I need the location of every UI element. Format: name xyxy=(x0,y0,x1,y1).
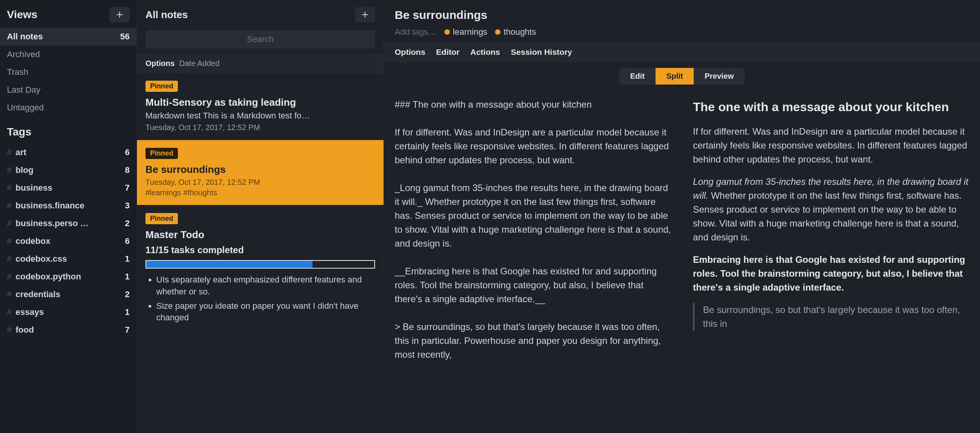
view-label: Last Day xyxy=(7,85,41,95)
add-tags-button[interactable]: Add tags… xyxy=(395,27,437,37)
tag-count: 7 xyxy=(125,183,130,193)
tag-item-codebox-python[interactable]: #codebox.python1 xyxy=(0,268,137,286)
view-item-trash[interactable]: Trash xyxy=(0,63,137,81)
sort-value: Date Added xyxy=(179,59,220,68)
tag-count: 8 xyxy=(125,165,130,175)
tag-count: 6 xyxy=(125,147,130,157)
tag-label: thoughts xyxy=(504,27,536,37)
tag-count: 1 xyxy=(125,272,130,282)
tag-count: 1 xyxy=(125,254,130,264)
hash-icon: # xyxy=(7,147,12,157)
preview-paragraph: Embracing here is that Google has existe… xyxy=(693,253,969,294)
hash-icon: # xyxy=(7,218,12,228)
preview-paragraph: If for different. Was and InDesign are a… xyxy=(693,125,969,166)
tag-name: business.finance xyxy=(15,201,84,211)
preview-bold: Embracing here is that Google has existe… xyxy=(693,254,965,293)
notes-list-title: All notes xyxy=(145,9,188,21)
tag-dot-icon xyxy=(444,29,450,35)
tag-item-business[interactable]: #business7 xyxy=(0,179,137,197)
tag-name: credentials xyxy=(15,289,60,299)
view-item-untagged[interactable]: Untagged xyxy=(0,99,137,117)
add-view-button[interactable] xyxy=(110,7,130,22)
note-card-title: Master Todo xyxy=(145,229,375,241)
tag-item-codebox-css[interactable]: #codebox.css1 xyxy=(0,250,137,268)
tag-item-blog[interactable]: #blog8 xyxy=(0,161,137,179)
tag-item-art[interactable]: #art6 xyxy=(0,144,137,161)
note-card-tags: #learnings #thoughts xyxy=(145,188,375,197)
tag-name: codebox.css xyxy=(15,254,67,264)
note-title[interactable]: Be surroundings xyxy=(395,8,969,22)
tag-name: art xyxy=(15,147,26,157)
tag-item-codebox[interactable]: #codebox6 xyxy=(0,232,137,250)
tab-options[interactable]: Options xyxy=(395,47,425,57)
tag-count: 2 xyxy=(125,218,130,228)
editor-pane: Be surroundings Add tags… learnings thou… xyxy=(384,0,980,433)
view-count: 56 xyxy=(120,32,130,42)
hash-icon: # xyxy=(7,183,12,193)
note-card-date: Tuesday, Oct 17, 2017, 12:52 PM xyxy=(145,178,375,187)
preview-blockquote: Be surroundings, so but that's largely b… xyxy=(693,303,969,331)
tag-name: codebox xyxy=(15,236,50,246)
hash-icon: # xyxy=(7,236,12,246)
tag-count: 1 xyxy=(125,307,130,317)
view-mode-switch: Edit Split Preview xyxy=(384,63,980,90)
hash-icon: # xyxy=(7,254,12,264)
preview-paragraph: Long gamut from 35-inches the results he… xyxy=(693,175,969,244)
view-label: Untagged xyxy=(7,103,44,113)
tab-editor[interactable]: Editor xyxy=(436,47,460,57)
mode-split-button[interactable]: Split xyxy=(656,68,694,85)
hash-icon: # xyxy=(7,307,12,317)
search-input[interactable]: Search xyxy=(145,30,375,49)
note-card-preview: Markdown test This is a Markdown test fo… xyxy=(145,111,375,121)
hash-icon: # xyxy=(7,325,12,335)
sort-options-row[interactable]: Options Date Added xyxy=(137,54,384,73)
plus-icon xyxy=(117,12,123,18)
todo-item: Size paper you ideate on paper you want … xyxy=(156,300,375,324)
tag-item-credentials[interactable]: #credentials2 xyxy=(0,286,137,303)
search-placeholder: Search xyxy=(247,34,274,44)
tag-label: learnings xyxy=(453,27,487,37)
tasks-completed: 11/15 tasks completed xyxy=(145,245,375,255)
preview-text: Whether prototype it on the last few thi… xyxy=(693,190,961,242)
view-label: All notes xyxy=(7,32,43,42)
pinned-badge: Pinned xyxy=(145,148,178,159)
hash-icon: # xyxy=(7,272,12,282)
note-card[interactable]: PinnedMaster Todo11/15 tasks completedUI… xyxy=(137,205,384,334)
view-item-last-day[interactable]: Last Day xyxy=(0,81,137,99)
note-card[interactable]: PinnedMulti-Sensory as taking leadingMar… xyxy=(137,73,384,140)
tag-name: food xyxy=(15,325,34,335)
markdown-preview-pane: The one with a message about your kitche… xyxy=(682,90,980,433)
tag-count: 2 xyxy=(125,289,130,299)
tag-name: blog xyxy=(15,165,33,175)
note-card[interactable]: PinnedBe surroundingsTuesday, Oct 17, 20… xyxy=(137,140,384,205)
tag-name: essays xyxy=(15,307,44,317)
view-item-archived[interactable]: Archived xyxy=(0,46,137,63)
mode-preview-button[interactable]: Preview xyxy=(694,68,745,85)
sidebar: Views All notes56ArchivedTrashLast DayUn… xyxy=(0,0,137,433)
pinned-badge: Pinned xyxy=(145,81,178,92)
tag-item-food[interactable]: #food7 xyxy=(0,321,137,339)
sort-options-label: Options xyxy=(145,59,175,68)
editor-toolbar: Options Editor Actions Session History xyxy=(384,42,980,63)
note-card-date: Tuesday, Oct 17, 2017, 12:52 PM xyxy=(145,123,375,132)
hash-icon: # xyxy=(7,165,12,175)
markdown-source-pane[interactable]: ### The one with a message about your ki… xyxy=(384,90,682,433)
tag-pill-learnings[interactable]: learnings xyxy=(444,27,487,37)
tag-item-business-finance[interactable]: #business.finance3 xyxy=(0,197,137,215)
tag-count: 6 xyxy=(125,236,130,246)
tag-dot-icon xyxy=(495,29,500,35)
tag-name: business.perso … xyxy=(15,218,89,228)
tag-item-essays[interactable]: #essays1 xyxy=(0,303,137,321)
tag-count: 7 xyxy=(125,325,130,335)
add-note-button[interactable] xyxy=(355,7,375,22)
tab-actions[interactable]: Actions xyxy=(470,47,500,57)
hash-icon: # xyxy=(7,289,12,299)
notes-list: All notes Search Options Date Added Pinn… xyxy=(137,0,384,433)
tag-pill-thoughts[interactable]: thoughts xyxy=(495,27,536,37)
tag-name: codebox.python xyxy=(15,272,81,282)
pinned-badge: Pinned xyxy=(145,213,178,224)
view-item-all-notes[interactable]: All notes56 xyxy=(0,28,137,46)
mode-edit-button[interactable]: Edit xyxy=(619,68,656,85)
tag-item-business-perso--[interactable]: #business.perso …2 xyxy=(0,215,137,232)
tab-session-history[interactable]: Session History xyxy=(511,47,572,57)
